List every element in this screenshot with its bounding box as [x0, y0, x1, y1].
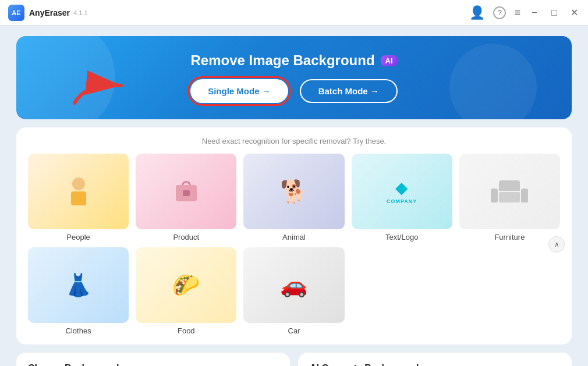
sofa-arm-left	[491, 189, 498, 202]
ai-generate-background-card: AI Generate Background → AI	[298, 353, 572, 366]
change-background-card: Change Background →	[16, 353, 290, 366]
category-item-animal[interactable]: 🐕 Animal	[243, 154, 344, 241]
titlebar: AE AnyEraser 4.1.1 👤 ? ≡ − □ ✕	[0, 0, 588, 26]
change-bg-left: Change Background →	[28, 363, 119, 366]
app-name: AnyEraser	[29, 8, 70, 17]
category-item-clothes[interactable]: 👗 Clothes	[28, 247, 129, 335]
batch-mode-button[interactable]: Batch Mode →	[300, 79, 398, 103]
category-thumb-animal: 🐕	[243, 154, 344, 229]
hero-card: Remove Image Background AI Single Mode →…	[16, 36, 572, 119]
category-item-textlogo[interactable]: ◆ COMPANY Text/Logo	[352, 154, 452, 241]
textlogo-content: ◆ COMPANY	[387, 178, 417, 204]
person-body	[71, 191, 86, 205]
ai-gen-bg-title: AI Generate Background	[310, 363, 419, 366]
category-thumb-people	[28, 154, 129, 229]
sofa-arm-right	[521, 189, 528, 202]
ai-gen-bg-left: AI Generate Background →	[310, 363, 419, 366]
maximize-button[interactable]: □	[548, 7, 560, 19]
sofa-seat	[499, 192, 520, 202]
app-version: 4.1.1	[73, 9, 87, 16]
sofa-back	[499, 180, 520, 191]
bottom-row: Change Background → AI Generate Backgrou	[16, 353, 572, 366]
minimize-button[interactable]: −	[529, 7, 540, 19]
app-logo: AE	[8, 5, 24, 21]
category-label-product: Product	[173, 233, 199, 241]
category-label-animal: Animal	[282, 233, 306, 241]
category-thumb-car: 🚗	[243, 247, 344, 323]
help-icon[interactable]: ?	[493, 6, 506, 19]
category-label-people: People	[66, 233, 90, 241]
hero-title: Remove Image Background AI	[190, 52, 397, 69]
category-label-textlogo: Text/Logo	[385, 233, 418, 241]
red-arrow-icon	[69, 65, 139, 106]
bag-figure	[176, 181, 197, 201]
category-thumb-product	[136, 154, 236, 229]
textlogo-text: COMPANY	[387, 198, 417, 204]
bag-lock	[183, 190, 190, 196]
category-thumb-clothes: 👗	[28, 247, 129, 323]
category-item-product[interactable]: Product	[136, 154, 236, 241]
person-head	[72, 177, 85, 190]
menu-icon[interactable]: ≡	[514, 8, 520, 18]
titlebar-controls: 👤 ? ≡ − □ ✕	[469, 6, 580, 19]
user-icon[interactable]: 👤	[469, 6, 485, 19]
category-grid: People Product 🐕	[28, 154, 560, 335]
single-mode-button[interactable]: Single Mode →	[190, 79, 288, 103]
category-label-furniture: Furniture	[494, 233, 525, 241]
textlogo-diamond-icon: ◆	[395, 178, 408, 197]
ai-badge: AI	[381, 55, 398, 66]
main-container: Remove Image Background AI Single Mode →…	[0, 26, 588, 366]
category-item-people[interactable]: People	[28, 154, 129, 241]
hero-buttons: Single Mode → Batch Mode →	[190, 79, 398, 103]
category-hint: Need exact recognition for specific remo…	[28, 137, 560, 145]
category-thumb-food: 🌮	[136, 247, 236, 323]
sofa-figure	[491, 180, 528, 202]
category-item-car[interactable]: 🚗 Car	[243, 247, 344, 335]
person-figure	[71, 177, 86, 205]
scroll-up-button[interactable]: ∧	[548, 236, 565, 253]
category-label-food: Food	[178, 326, 195, 335]
category-item-furniture[interactable]: Furniture	[459, 154, 560, 241]
red-arrow-container	[69, 65, 139, 108]
hero-title-text: Remove Image Background	[190, 52, 374, 69]
category-item-food[interactable]: 🌮 Food	[136, 247, 236, 335]
change-bg-title: Change Background	[28, 363, 119, 366]
category-section: Need exact recognition for specific remo…	[16, 127, 572, 344]
category-label-clothes: Clothes	[66, 326, 91, 335]
category-thumb-textlogo: ◆ COMPANY	[352, 154, 452, 229]
category-label-car: Car	[288, 326, 300, 335]
bag-body	[176, 185, 197, 201]
category-thumb-furniture	[459, 154, 560, 229]
close-button[interactable]: ✕	[568, 7, 580, 19]
